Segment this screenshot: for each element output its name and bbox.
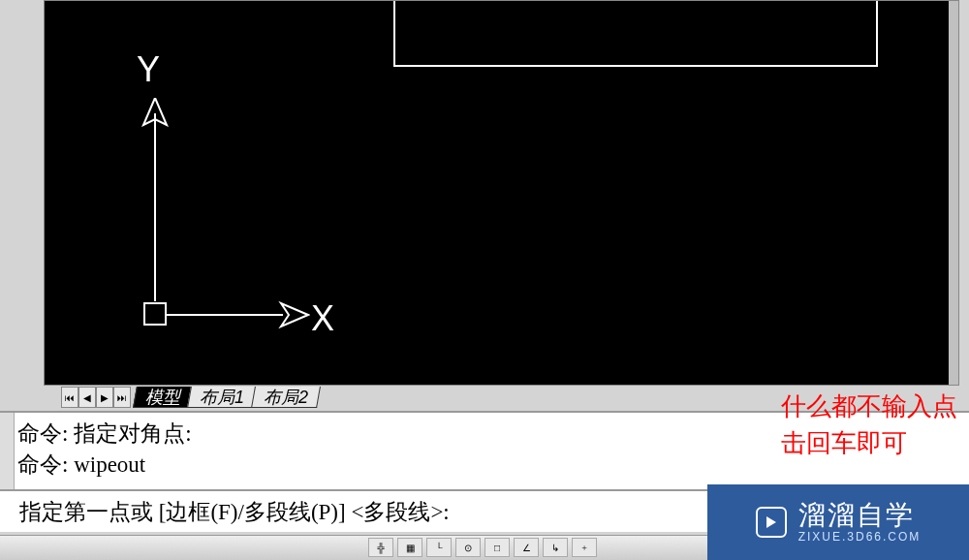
watermark-text: 溜溜自学 ZIXUE.3D66.COM — [798, 501, 922, 544]
svg-marker-0 — [143, 98, 167, 125]
tab-layout1[interactable]: 布局1 — [187, 387, 257, 408]
status-grid-icon[interactable]: ▦ — [397, 538, 422, 557]
svg-marker-1 — [281, 303, 308, 327]
watermark: 溜溜自学 ZIXUE.3D66.COM — [707, 484, 969, 560]
layout-tabs-bar: ⏮ ◀ ▶ ⏭ 模型 布局1 布局2 — [44, 386, 959, 409]
drawing-canvas[interactable]: Y X — [44, 0, 959, 386]
command-text: wipeout — [74, 452, 145, 477]
status-polar-icon[interactable]: ⊙ — [455, 538, 481, 557]
status-dyn-icon[interactable]: + — [572, 538, 597, 557]
tab-layout2-label: 布局2 — [264, 386, 308, 409]
command-history-line: 命令: wipeout — [17, 450, 959, 481]
tab-layout2[interactable]: 布局2 — [251, 387, 321, 408]
y-axis-arrowhead — [136, 98, 174, 127]
drawn-rectangle — [393, 1, 878, 67]
x-axis-arrowhead — [277, 296, 310, 334]
ucs-origin-box — [143, 302, 167, 326]
y-axis-line — [154, 113, 156, 301]
command-prefix: 命令: — [17, 452, 68, 477]
tab-last-button[interactable]: ⏭ — [113, 387, 131, 408]
watermark-title: 溜溜自学 — [798, 501, 922, 531]
watermark-url: ZIXUE.3D66.COM — [798, 531, 922, 544]
command-prompt: 指定第一点或 [边框(F)/多段线(P)] <多段线>: — [19, 497, 450, 527]
svg-marker-2 — [766, 516, 776, 528]
y-axis-label: Y — [137, 49, 160, 90]
status-otrack-icon[interactable]: ∠ — [514, 538, 539, 557]
status-snap-icon[interactable]: ╬ — [368, 538, 393, 557]
command-history: 命令: 指定对角点: 命令: wipeout — [17, 419, 959, 481]
status-icons-group: ╬ ▦ └ ⊙ □ ∠ ↳ + — [368, 538, 597, 557]
tab-first-button[interactable]: ⏮ — [61, 387, 78, 408]
x-axis-label: X — [311, 298, 334, 339]
status-ducs-icon[interactable]: ↳ — [543, 538, 568, 557]
x-axis-line — [167, 314, 283, 316]
tab-model[interactable]: 模型 — [133, 387, 193, 408]
ucs-icon: Y X — [103, 49, 335, 350]
command-history-line: 命令: 指定对角点: — [17, 419, 959, 450]
watermark-play-icon — [756, 507, 787, 538]
tab-model-label: 模型 — [145, 386, 180, 409]
status-ortho-icon[interactable]: └ — [426, 538, 452, 557]
tab-layout1-label: 布局1 — [200, 386, 244, 409]
command-prefix: 命令: — [17, 421, 68, 446]
command-text: 指定对角点: — [74, 421, 191, 446]
status-bar: ╬ ▦ └ ⊙ □ ∠ ↳ + — [0, 535, 707, 560]
tab-nav-group: ⏮ ◀ ▶ ⏭ — [61, 387, 131, 408]
vertical-scrollbar[interactable] — [949, 1, 958, 385]
tab-prev-button[interactable]: ◀ — [78, 387, 96, 408]
tab-next-button[interactable]: ▶ — [96, 387, 113, 408]
status-osnap-icon[interactable]: □ — [484, 538, 510, 557]
